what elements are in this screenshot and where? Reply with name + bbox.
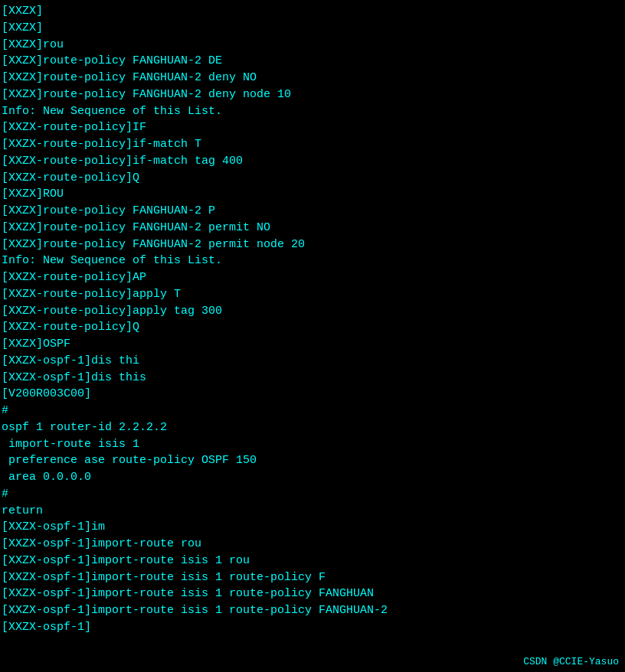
terminal-line: [XXZX-route-policy]Q [2,319,623,336]
terminal-line: [XXZX]route-policy FANGHUAN-2 P [2,203,623,220]
terminal-line: Info: New Sequence of this List. [2,103,623,120]
terminal-line: [XXZX-route-policy]Q [2,170,623,187]
terminal-line: ospf 1 router-id 2.2.2.2 [2,419,623,436]
terminal-output: [XXZX][XXZX][XXZX]rou[XXZX]route-policy … [2,3,623,636]
terminal-line: [XXZX]route-policy FANGHUAN-2 permit NO [2,220,623,237]
terminal-line: [XXZX-ospf-1] [2,619,623,636]
terminal-line: # [2,403,623,419]
terminal-line: [XXZX-ospf-1]import-route rou [2,536,623,553]
terminal-line: [XXZX] [2,20,623,37]
terminal-line: [XXZX]route-policy FANGHUAN-2 deny node … [2,86,623,103]
terminal-line: Info: New Sequence of this List. [2,253,623,269]
terminal-line: [XXZX]route-policy FANGHUAN-2 DE [2,53,623,70]
terminal-line: [XXZX]route-policy FANGHUAN-2 permit nod… [2,237,623,253]
terminal-line: [XXZX]ROU [2,186,623,203]
terminal-line: [XXZX-route-policy]IF [2,119,623,136]
terminal-line: [XXZX-ospf-1]import-route isis 1 route-p… [2,569,623,586]
terminal-line: [XXZX-route-policy]apply T [2,286,623,303]
terminal-line: [XXZX-ospf-1]dis this [2,370,623,387]
terminal-line: [XXZX]rou [2,37,623,54]
terminal-line: # [2,486,623,503]
terminal-line: [XXZX-route-policy]AP [2,269,623,286]
terminal-line: preference ase route-policy OSPF 150 [2,452,623,469]
terminal-line: [XXZX-route-policy]if-match tag 400 [2,153,623,170]
terminal-line: [XXZX-ospf-1]dis thi [2,353,623,370]
terminal-line: [XXZX-ospf-1]im [2,519,623,536]
terminal-line: [XXZX-route-policy]if-match T [2,136,623,153]
terminal-line: [XXZX-route-policy]apply tag 300 [2,303,623,320]
watermark: CSDN @CCIE-Yasuo [523,656,619,667]
terminal-line: [XXZX] [2,3,623,20]
terminal-line: [XXZX]route-policy FANGHUAN-2 deny NO [2,70,623,86]
terminal-line: [V200R003C00] [2,386,623,403]
terminal-line: [XXZX-ospf-1]import-route isis 1 rou [2,553,623,569]
terminal-line: [XXZX-ospf-1]import-route isis 1 route-p… [2,602,623,619]
terminal-line: [XXZX-ospf-1]import-route isis 1 route-p… [2,586,623,602]
terminal-line: [XXZX]OSPF [2,336,623,353]
terminal-line: area 0.0.0.0 [2,469,623,486]
terminal-line: return [2,503,623,520]
terminal-window: [XXZX][XXZX][XXZX]rou[XXZX]route-policy … [0,0,625,672]
terminal-line: import-route isis 1 [2,436,623,453]
